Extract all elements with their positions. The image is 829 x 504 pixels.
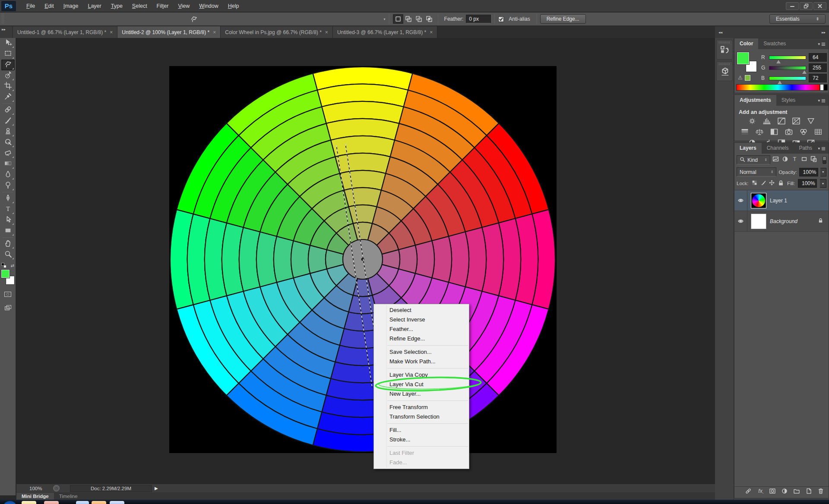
menu-file[interactable]: File xyxy=(22,1,39,11)
menu-select[interactable]: Select xyxy=(128,1,152,11)
collapse-dock-left-icon[interactable]: ◂◂ xyxy=(718,30,722,35)
opacity-value[interactable]: 100% xyxy=(799,168,818,176)
color-wheel-document[interactable] xyxy=(169,66,557,453)
refine-edge-button[interactable]: Refine Edge... xyxy=(540,14,586,24)
history-panel-button[interactable] xyxy=(716,40,733,60)
channel-value[interactable]: 64 xyxy=(809,53,827,62)
new-group-icon[interactable] xyxy=(793,488,800,496)
taskbar-icon-2[interactable] xyxy=(44,501,59,504)
minimize-button[interactable] xyxy=(786,2,799,10)
dodge-tool[interactable] xyxy=(1,180,15,191)
layer-filter-toggle[interactable] xyxy=(823,156,826,164)
menu-help[interactable]: Help xyxy=(224,1,244,11)
layer-row-background[interactable]: Background xyxy=(734,211,829,232)
toolbar-collapse-button[interactable]: ▸▸ xyxy=(0,26,13,38)
taskbar-icon-1[interactable] xyxy=(22,501,36,504)
quick-selection-tool[interactable] xyxy=(1,70,15,81)
document-tab[interactable]: Untitled-3 @ 66.7% (Layer 1, RGB/8) *× xyxy=(333,26,437,38)
close-button[interactable] xyxy=(813,2,826,10)
restore-button[interactable] xyxy=(800,2,813,10)
gamut-color-swatch[interactable] xyxy=(745,75,750,81)
context-menu-item-make-work-path[interactable]: Make Work Path... xyxy=(374,357,469,366)
channel-slider[interactable] xyxy=(769,76,806,80)
lock-paint-icon[interactable] xyxy=(760,180,766,187)
status-flyout-arrow-icon[interactable]: ▶ xyxy=(155,486,158,491)
spectrum-white-swatch[interactable] xyxy=(820,84,824,91)
menu-window[interactable]: Window xyxy=(195,1,222,11)
adjustments-panel-menu-icon[interactable]: ▾ xyxy=(818,95,829,106)
taskbar-icon-4[interactable] xyxy=(92,501,106,504)
panel-tab-layers[interactable]: Layers xyxy=(734,143,762,154)
brightness-contrast-adjustment-icon[interactable] xyxy=(747,117,757,125)
eraser-tool[interactable] xyxy=(1,148,15,159)
tab-close-icon[interactable]: × xyxy=(110,29,113,35)
start-orb[interactable] xyxy=(3,501,16,504)
document-tab[interactable]: Untitled-1 @ 66.7% (Layer 1, RGB/8) *× xyxy=(13,26,117,38)
layer-name[interactable]: Layer 1 xyxy=(770,198,787,204)
default-colors-icon[interactable] xyxy=(1,263,6,268)
context-menu-item-fill[interactable]: Fill... xyxy=(374,425,469,435)
options-grip[interactable] xyxy=(1,14,4,24)
blend-mode-select[interactable]: Normal⇕ xyxy=(737,167,776,176)
zoom-tool[interactable] xyxy=(1,249,15,260)
rectangular-marquee-tool[interactable] xyxy=(1,49,15,60)
add-mask-icon[interactable] xyxy=(769,488,776,496)
zoom-level[interactable]: 100% xyxy=(29,486,53,491)
layer-row-layer-1[interactable]: Layer 1 xyxy=(734,190,829,211)
context-menu-item-feather[interactable]: Feather... xyxy=(374,324,469,334)
tool-preset-caret-icon[interactable]: ▾ xyxy=(384,17,386,21)
foreground-color-swatch[interactable] xyxy=(1,270,9,278)
screen-mode-button[interactable] xyxy=(1,302,15,313)
healing-brush-tool[interactable] xyxy=(1,105,15,116)
context-menu-item-layer-via-cut[interactable]: Layer Via Cut xyxy=(374,380,469,389)
clone-stamp-tool[interactable] xyxy=(1,126,15,137)
layer-visibility-eye-icon[interactable] xyxy=(734,211,747,232)
layer-name[interactable]: Background xyxy=(770,218,797,224)
gradient-tool[interactable] xyxy=(1,159,15,170)
tab-close-icon[interactable]: × xyxy=(213,29,216,35)
photo-filter-adjustment-icon[interactable] xyxy=(784,128,794,136)
tab-close-icon[interactable]: × xyxy=(325,29,328,35)
type-layer-filter-icon[interactable]: T xyxy=(791,156,798,164)
collapse-dock-right-icon[interactable]: ▸▸ xyxy=(822,30,826,35)
lock-all-icon[interactable] xyxy=(778,180,783,187)
channel-slider[interactable] xyxy=(769,56,806,60)
color-balance-adjustment-icon[interactable] xyxy=(754,128,765,136)
panel-tab-color[interactable]: Color xyxy=(734,38,758,49)
layers-panel-menu-icon[interactable]: ▾ xyxy=(818,143,829,154)
properties-panel-button[interactable] xyxy=(716,61,733,81)
context-menu-item-select-inverse[interactable]: Select Inverse xyxy=(374,315,469,324)
link-layers-icon[interactable] xyxy=(745,488,752,496)
path-selection-tool[interactable] xyxy=(1,215,15,226)
document-tab[interactable]: Color Wheel in Ps.jpg @ 66.7% (RGB/8) *× xyxy=(221,26,333,38)
crop-tool[interactable] xyxy=(1,81,15,92)
context-menu-item-save-selection[interactable]: Save Selection... xyxy=(374,347,469,357)
panel-tab-adjustments[interactable]: Adjustments xyxy=(734,95,776,106)
current-tool-icon[interactable] xyxy=(188,14,200,25)
lock-transparent-icon[interactable] xyxy=(752,180,757,187)
polygonal-lasso-tool[interactable] xyxy=(1,60,15,70)
context-menu-item-deselect[interactable]: Deselect xyxy=(374,306,469,315)
levels-adjustment-icon[interactable] xyxy=(762,117,772,125)
lock-move-icon[interactable] xyxy=(769,180,775,187)
layer-filter-kind-select[interactable]: Kind⇕ xyxy=(737,155,770,164)
shape-layer-filter-icon[interactable] xyxy=(801,156,807,164)
hand-tool[interactable] xyxy=(1,239,15,249)
panel-tab-paths[interactable]: Paths xyxy=(794,143,817,154)
type-tool[interactable]: T xyxy=(1,204,15,215)
intersect-selection-mode[interactable] xyxy=(424,14,434,24)
channel-mixer-adjustment-icon[interactable] xyxy=(798,128,809,136)
black-white-adjustment-icon[interactable] xyxy=(769,128,779,136)
subtract-selection-mode[interactable] xyxy=(414,14,424,24)
curves-adjustment-icon[interactable] xyxy=(776,117,787,125)
gamut-warning[interactable]: ⚠ xyxy=(738,75,750,81)
context-menu-item-layer-via-copy[interactable]: Layer Via Copy xyxy=(374,370,469,380)
spectrum-black-swatch[interactable] xyxy=(824,84,828,91)
context-menu-item-refine-edge[interactable]: Refine Edge... xyxy=(374,334,469,343)
delete-layer-icon[interactable] xyxy=(817,488,824,496)
menu-layer[interactable]: Layer xyxy=(83,1,105,11)
slider-thumb[interactable] xyxy=(776,60,781,63)
context-menu-item-stroke[interactable]: Stroke... xyxy=(374,435,469,444)
pixel-layer-filter-icon[interactable] xyxy=(772,156,779,164)
bottom-tab-timeline[interactable]: Timeline xyxy=(54,493,83,500)
